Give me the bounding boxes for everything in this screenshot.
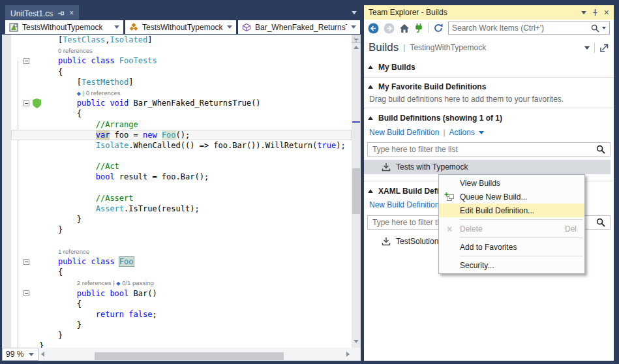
section-expander-icon[interactable] <box>368 189 373 193</box>
menu-item-view-builds[interactable]: View Builds <box>439 176 584 190</box>
code-line[interactable]: 1 reference <box>11 246 352 256</box>
typemock-shield-icon[interactable] <box>33 99 41 108</box>
code-line[interactable]: } <box>11 330 352 341</box>
code-line[interactable]: public bool Bar() <box>11 288 352 299</box>
code-line[interactable]: public class FooTests <box>11 55 352 66</box>
code-line[interactable]: } <box>11 214 352 224</box>
code-line[interactable]: public class Foo <box>11 256 352 267</box>
code-line[interactable]: return false; <box>11 309 352 320</box>
code-line[interactable]: var foo = new Foo(); <box>11 130 352 140</box>
menu-item-add-to-favorites[interactable]: Add to Favorites <box>439 240 584 254</box>
search-options-chevron-icon[interactable] <box>602 27 606 29</box>
xaml-build-definitions-links: New Build Definition <box>369 200 439 209</box>
close-icon[interactable]: × <box>69 10 74 17</box>
code-line[interactable] <box>11 183 352 193</box>
code-line[interactable]: bool result = foo.Bar(); <box>11 172 352 182</box>
toolbar-separator <box>428 23 429 33</box>
menu-item-delete[interactable]: ×DeleteDel <box>439 222 584 235</box>
collapse-region-icon[interactable] <box>23 58 29 64</box>
undock-page-icon[interactable] <box>599 43 609 53</box>
menu-item-edit-build-definition[interactable]: Edit Build Definition... <box>439 204 584 217</box>
code-line[interactable]: } <box>11 224 352 235</box>
document-tab[interactable]: UnitTest1.cs × <box>5 5 79 20</box>
back-button[interactable] <box>368 23 379 34</box>
code-line[interactable]: //Act <box>11 161 352 172</box>
code-editor[interactable]: [TestClass,Isolated]0 references public … <box>2 35 352 348</box>
search-icon <box>596 145 605 154</box>
menu-item-label: Edit Build Definition... <box>460 206 584 215</box>
editor-bottom-bar: 99 % <box>2 348 361 361</box>
code-line[interactable]: { <box>11 267 352 277</box>
section-my-builds[interactable]: My Builds <box>364 61 614 73</box>
code-line[interactable]: 2 references | ◆ 0/1 passing <box>11 277 352 288</box>
chevron-down-icon <box>29 353 34 356</box>
document-tab-label: UnitTest1.cs <box>10 9 53 18</box>
home-button[interactable] <box>399 23 410 33</box>
actions-link[interactable]: Actions <box>449 128 475 137</box>
zoom-level-label: 99 % <box>6 350 23 359</box>
horizontal-scrollbar-thumb[interactable] <box>95 352 284 360</box>
team-explorer-title-bar[interactable]: Team Explorer - Builds × <box>364 5 614 20</box>
code-line[interactable]: } <box>11 320 352 330</box>
close-icon[interactable]: × <box>604 8 609 16</box>
code-line[interactable]: { <box>11 299 352 309</box>
zoom-control[interactable]: 99 % <box>2 348 38 361</box>
code-line[interactable]: 0 references <box>11 45 352 55</box>
method-dropdown[interactable]: Bar_WhenFaked_ReturnsTru <box>238 20 360 34</box>
horizontal-scrollbar[interactable] <box>48 350 342 359</box>
section-expander-icon[interactable] <box>368 116 373 120</box>
code-line[interactable]: //Assert <box>11 193 352 204</box>
scroll-up-arrow-icon[interactable] <box>354 46 359 49</box>
editor-vertical-scrollbar[interactable]: ╤ <box>352 35 361 348</box>
pages-chevron-down-icon[interactable] <box>584 46 590 50</box>
actions-chevron-icon[interactable] <box>479 131 484 134</box>
search-icon[interactable] <box>591 24 599 33</box>
code-line[interactable]: Assert.IsTrue(result); <box>11 204 352 214</box>
collapse-region-icon[interactable] <box>23 290 29 296</box>
scroll-down-arrow-icon[interactable] <box>354 340 359 343</box>
class-dropdown[interactable]: TestsWithoutTypemock.Fo <box>125 20 236 34</box>
scrollbar-caret-marker <box>352 121 360 123</box>
code-line[interactable]: //Arrange <box>11 119 352 130</box>
build-definition-row-tests-with-typemock[interactable]: Tests with Typemock <box>364 160 611 174</box>
section-title: My Builds <box>378 63 415 72</box>
build-definitions-filter-input[interactable]: Type here to filter the list <box>367 142 611 157</box>
new-build-definition-link[interactable]: New Build Definition <box>369 200 439 209</box>
code-line[interactable]: { <box>11 108 352 119</box>
code-line[interactable]: [TestClass,Isolated] <box>11 35 352 45</box>
section-build-definitions[interactable]: Build Definitions (showing 1 of 1) <box>364 112 614 124</box>
project-dropdown[interactable]: TestsWithoutTypemock <box>5 20 123 34</box>
connect-plug-icon[interactable] <box>414 23 423 33</box>
search-work-items-input[interactable]: Search Work Items (Ctrl+') <box>448 22 610 35</box>
collapse-region-icon[interactable] <box>23 100 29 106</box>
code-line[interactable] <box>11 235 352 246</box>
code-line[interactable]: ◆ | 0 references <box>11 87 352 98</box>
page-title: Builds <box>369 41 399 54</box>
build-definitions-links: New Build Definition | Actions <box>369 128 484 137</box>
collapse-region-icon[interactable] <box>23 259 29 265</box>
code-line[interactable] <box>11 151 352 161</box>
menu-separator <box>460 256 582 256</box>
window-position-chevron-icon[interactable] <box>581 11 586 14</box>
menu-item-queue-new-build[interactable]: Queue New Build... <box>439 190 584 204</box>
scroll-right-arrow-icon[interactable] <box>346 352 350 357</box>
code-line[interactable]: { <box>11 67 352 77</box>
code-line[interactable]: public void Bar_WhenFaked_ReturnsTrue() <box>11 98 352 108</box>
code-line[interactable]: } <box>11 341 352 348</box>
section-expander-icon[interactable] <box>368 85 373 89</box>
tab-list-chevron-down-icon[interactable] <box>352 11 357 14</box>
menu-item-security[interactable]: Security... <box>439 258 584 272</box>
pin-icon[interactable] <box>592 8 599 16</box>
code-line[interactable]: Isolate.WhenCalled(() => foo.Bar()).Will… <box>11 140 352 151</box>
new-build-definition-link[interactable]: New Build Definition <box>369 128 439 137</box>
vertical-scrollbar-thumb[interactable] <box>352 168 360 214</box>
section-my-favorite-build-definitions[interactable]: My Favorite Build Definitions <box>364 81 614 93</box>
refresh-button[interactable] <box>433 23 444 33</box>
split-window-handle[interactable]: ╤ <box>352 35 361 43</box>
forward-button[interactable] <box>384 23 395 34</box>
scroll-left-arrow-icon[interactable] <box>41 352 44 357</box>
visual-studio-window: UnitTest1.cs × TestsWithoutTypemock <box>0 0 619 364</box>
section-expander-icon[interactable] <box>368 65 373 69</box>
pin-icon[interactable] <box>57 10 65 17</box>
code-line[interactable]: [TestMethod] <box>11 77 352 87</box>
